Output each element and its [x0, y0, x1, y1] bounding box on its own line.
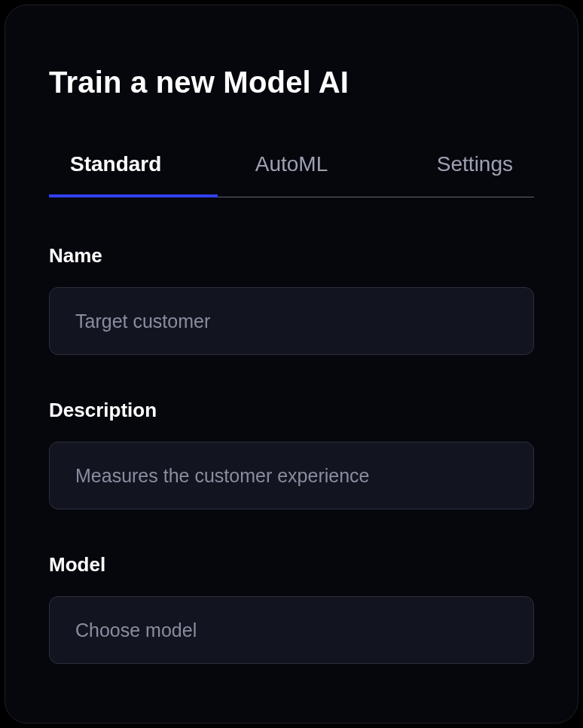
description-input[interactable] [49, 442, 534, 509]
model-label: Model [49, 553, 534, 577]
tab-automl[interactable]: AutoML [218, 152, 365, 197]
description-label: Description [49, 399, 534, 422]
field-group-name: Name [49, 244, 534, 355]
tab-standard[interactable]: Standard [49, 152, 218, 197]
page-title: Train a new Model AI [49, 66, 534, 99]
tab-settings[interactable]: Settings [365, 152, 534, 197]
model-select[interactable]: Choose model [49, 596, 534, 664]
tabs: Standard AutoML Settings [49, 152, 534, 197]
form: Name Description Model Choose model [49, 244, 534, 664]
name-label: Name [49, 244, 534, 268]
train-model-panel: Train a new Model AI Standard AutoML Set… [5, 5, 578, 723]
name-input[interactable] [49, 287, 534, 355]
field-group-description: Description [49, 399, 534, 509]
field-group-model: Model Choose model [49, 553, 534, 664]
